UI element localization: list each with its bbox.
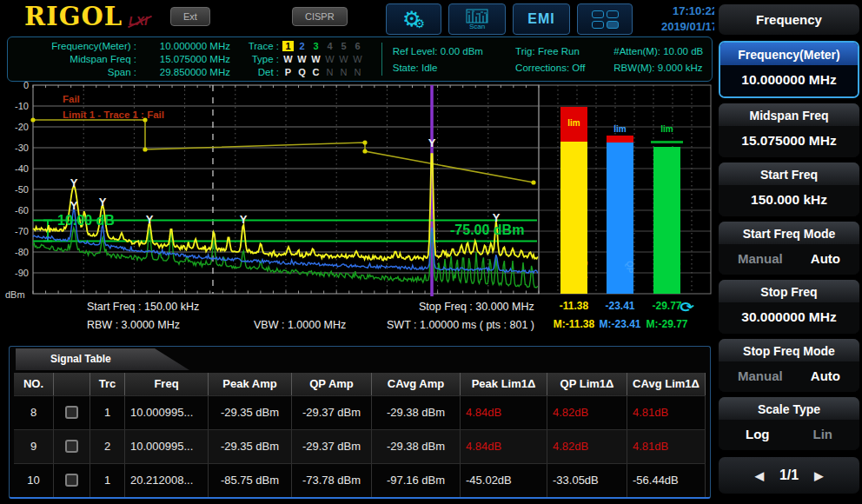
softkey-menu: Frequency Frequency(Meter)10.000000 MHzM… xyxy=(714,0,862,504)
softkey-value: 10.000000 MHz xyxy=(720,65,858,96)
trace-number-4[interactable]: 4 xyxy=(324,41,335,51)
refresh-icon[interactable]: ⟳ xyxy=(680,299,694,315)
trace-number-3[interactable]: 3 xyxy=(310,41,322,51)
option-manual[interactable]: Manual xyxy=(738,251,783,266)
softkey-label: Frequency(Meter) xyxy=(720,43,858,65)
option-log[interactable]: Log xyxy=(746,427,770,441)
page-prev-button[interactable]: ◀ xyxy=(755,469,764,482)
page-indicator: 1/1 xyxy=(779,468,799,483)
trace-type-5: W xyxy=(338,54,349,64)
ext-button[interactable]: Ext xyxy=(170,7,210,26)
row-checkbox[interactable] xyxy=(65,440,78,453)
softkey-frequency-meter-[interactable]: Frequency(Meter)10.000000 MHz xyxy=(719,41,859,98)
ref-level-text: Ref Level: 0.00 dBm xyxy=(393,43,508,59)
atten-rbw: #Atten(M): 10.00 dB RBW(M): 9.000 kHz xyxy=(607,37,712,81)
scan-button[interactable]: Scan xyxy=(448,3,506,35)
col-header-QP Lim1Δ: QP Lim1Δ xyxy=(547,373,627,395)
signal-row-9[interactable]: 9210.000995...-29.35 dBm-29.37 dBm-29.38… xyxy=(14,429,706,463)
softkey-value: 15.075000 MHz xyxy=(719,126,859,157)
trace-det-2: Q xyxy=(296,67,308,77)
y-label--90: -90 xyxy=(0,268,29,278)
table-cell: 4.84dB xyxy=(461,430,547,463)
emi-analyzer-screen: RIGOL LXI Ext CISPR ⚙⚙ Scan EMI 17:10:22… xyxy=(0,0,862,504)
spectrum-display: YYYYYYY 0-10-20-30-40-50-60-70-80-90dBm … xyxy=(0,83,714,300)
softkey-scale-type[interactable]: Scale TypeLogLin xyxy=(719,397,859,450)
table-cell: 4.81dB xyxy=(627,396,706,429)
softkey-start-freq[interactable]: Start Freq150.000 kHz xyxy=(719,162,859,216)
softkey-midspan-freq[interactable]: Midspan Freq15.075000 MHz xyxy=(719,103,859,157)
frequency-info: Frequency(Meter) :10.000000 MHz Midspan … xyxy=(8,37,230,81)
signal-row-10[interactable]: 10120.212008...-85.75 dBm-73.78 dBm-97.1… xyxy=(14,463,706,497)
lxi-logo: LXI xyxy=(129,14,148,28)
table-cell: -29.37 dBm xyxy=(292,430,372,463)
rbw-meter-text: RBW(M): 9.000 kHz xyxy=(613,60,712,76)
limit-line-mark xyxy=(651,141,683,143)
softkey-value: 30.000000 MHz xyxy=(719,302,859,334)
table-cell: -56.44dB xyxy=(627,464,706,497)
fail-status-text: Fail xyxy=(63,94,80,104)
option-lin[interactable]: Lin xyxy=(813,427,833,441)
softkey-label: Scale Type xyxy=(719,397,859,420)
col-header-Trc: Trc xyxy=(90,373,125,395)
limit-exceed-segment xyxy=(607,136,633,143)
col-header-QP Amp: QP Amp xyxy=(292,373,372,395)
meter-value-qp: -23.41 xyxy=(596,300,645,312)
table-cell: -73.78 dBm xyxy=(292,464,372,497)
emi-mode-button[interactable]: EMI xyxy=(513,3,570,35)
scan-label: Scan xyxy=(469,23,485,30)
trace-number-6[interactable]: 6 xyxy=(352,41,363,51)
softkey-label: Stop Freq xyxy=(719,280,859,302)
y-label--60: -60 xyxy=(0,205,29,216)
window-layout-button[interactable] xyxy=(577,3,633,35)
softkey-value: 150.000 kHz xyxy=(719,185,859,216)
softkey-stop-freq-mode[interactable]: Stop Freq ModeManualAuto xyxy=(719,339,859,392)
table-cell: 4.81dB xyxy=(627,430,706,463)
peak-marker-icon: Y xyxy=(99,196,107,209)
detector-label-peak: Peak xyxy=(579,261,588,281)
y-label--50: -50 xyxy=(0,184,29,195)
softkey-label: Start Freq xyxy=(719,162,859,185)
checkbox-cell xyxy=(54,430,90,463)
peak-marker-icon: Y xyxy=(240,213,248,226)
system-settings-button[interactable]: ⚙⚙ xyxy=(386,3,441,35)
option-auto[interactable]: Auto xyxy=(811,368,840,383)
table-cell: -29.35 dBm xyxy=(209,430,292,463)
page-next-button[interactable]: ▶ xyxy=(814,469,823,482)
clock: 17:10:22 2019/01/17 xyxy=(631,3,718,34)
option-auto[interactable]: Auto xyxy=(811,251,840,266)
meter-value-peak: -11.38 xyxy=(550,300,599,312)
table-cell: 4.82dB xyxy=(547,430,627,463)
col-header-Freq: Freq xyxy=(125,373,209,395)
freq-meter-value: 10.000000 MHz xyxy=(136,41,230,51)
peak-marker-icon: Y xyxy=(146,213,154,226)
meter-bar-peak: limPeak xyxy=(560,83,587,300)
freq-meter-label: Frequency(Meter) : xyxy=(8,41,136,51)
trace-det-6: N xyxy=(352,67,363,77)
y-label-0: 0 xyxy=(0,80,29,90)
start-freq-text: Start Freq : 150.00 kHz xyxy=(87,301,199,313)
table-cell: 1 xyxy=(90,396,125,429)
meter-bar-qp: limQP xyxy=(607,83,633,300)
state-text: State: Idle xyxy=(393,60,508,76)
menu-title[interactable]: Frequency xyxy=(719,4,859,35)
signal-table-tab[interactable]: Signal Table xyxy=(16,348,189,370)
meter-max-cavg: M:-29.77 xyxy=(643,318,692,330)
signal-row-8[interactable]: 8110.000995...-29.35 dBm-29.37 dBm-29.38… xyxy=(14,395,706,429)
row-checkbox[interactable] xyxy=(65,406,78,419)
softkey-stop-freq[interactable]: Stop Freq30.000000 MHz xyxy=(719,280,859,334)
trace-number-5[interactable]: 5 xyxy=(338,41,349,51)
rbw-text: RBW : 3.0000 MHz xyxy=(87,319,180,331)
trace-type-4: W xyxy=(324,54,335,64)
row-checkbox[interactable] xyxy=(65,474,78,487)
cispr-button[interactable]: CISPR xyxy=(292,7,348,26)
swt-text: SWT : 1.00000 ms ( pts : 801 ) xyxy=(387,319,534,331)
menu-pager: ◀ 1/1 ▶ xyxy=(719,457,859,494)
col-header-select xyxy=(54,373,90,395)
table-cell: 10.000995... xyxy=(125,430,209,463)
softkey-start-freq-mode[interactable]: Start Freq ModeManualAuto xyxy=(719,222,859,275)
option-manual[interactable]: Manual xyxy=(738,368,783,383)
trigger-corrections: Trig: Free Run Corrections: Off xyxy=(508,37,607,81)
checkbox-cell xyxy=(54,396,90,429)
trace-number-1[interactable]: 1 xyxy=(282,41,294,51)
trace-number-2[interactable]: 2 xyxy=(296,41,308,51)
